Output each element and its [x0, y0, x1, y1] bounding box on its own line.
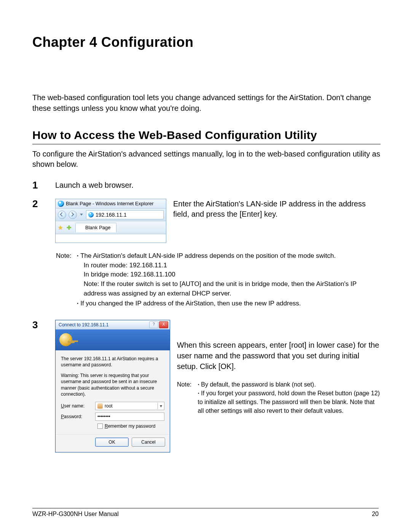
password-value: ••••••••	[97, 414, 110, 420]
section-intro: To configure the AirStation's advanced s…	[32, 149, 381, 169]
back-button[interactable]	[58, 211, 66, 219]
tab-label: Blank Page	[85, 224, 111, 231]
browser-title-bar: Blank Page - Windows Internet Explorer	[56, 199, 166, 208]
step-text: Launch a web browser.	[55, 180, 381, 190]
keys-icon	[59, 333, 72, 346]
note-label: Note:	[56, 251, 75, 261]
dialog-footer: OK Cancel	[56, 434, 170, 452]
checkbox-icon[interactable]	[97, 423, 103, 429]
step-number: 2	[32, 199, 55, 209]
password-label: Password:	[61, 414, 95, 420]
remember-label: Remember my password	[105, 423, 155, 429]
step3-side: When this screen appears, enter [root] i…	[177, 320, 381, 415]
nav-dropdown-icon[interactable]	[80, 214, 83, 216]
step-text: When this screen appears, enter [root] i…	[177, 340, 381, 372]
step-1: 1 Launch a web browser.	[32, 180, 381, 190]
ie-icon	[78, 225, 83, 230]
step-3: 3 Connect to 192.168.11.1 ? X	[32, 320, 381, 452]
add-favorite-icon[interactable]: ✚	[67, 224, 72, 232]
username-label: User name:	[61, 403, 95, 409]
username-field[interactable]: root ▾	[95, 402, 164, 410]
dialog-hero	[56, 329, 170, 350]
section-rule	[32, 144, 381, 144]
password-field[interactable]: ••••••••	[95, 412, 164, 421]
dialog-warning: Warning: This server is requesting that …	[61, 372, 164, 397]
remember-row[interactable]: Remember my password	[97, 423, 164, 429]
browser-screenshot: Blank Page - Windows Internet Explorer 1…	[55, 199, 166, 243]
browser-tab[interactable]: Blank Page	[75, 223, 116, 232]
manual-page: Chapter 4 Configuration The web-based co…	[0, 0, 411, 532]
dialog-title-text: Connect to 192.168.11.1	[59, 322, 108, 328]
address-text: 192.168.11.1	[96, 211, 127, 219]
password-row: Password: ••••••••	[61, 412, 164, 421]
footer-page-number: 20	[372, 511, 379, 518]
username-row: User name: root ▾	[61, 402, 164, 410]
note-block: Note: The AirStation's default LAN-side …	[56, 251, 381, 308]
forward-button[interactable]	[68, 211, 77, 219]
step-text: Enter the AirStation's LAN-side IP addre…	[173, 199, 381, 219]
close-button[interactable]: X	[159, 321, 168, 328]
note-label: Note:	[177, 380, 196, 389]
page-footer: WZR-HP-G300NH User Manual 20	[32, 508, 379, 518]
note-block: Note: By default, the password is blank …	[177, 380, 381, 415]
step-number: 3	[32, 320, 55, 330]
browser-nav-bar: 192.168.11.1	[56, 208, 166, 221]
browser-title-text: Blank Page - Windows Internet Explorer	[66, 200, 154, 207]
footer-manual-name: WZR-HP-G300NH User Manual	[32, 511, 119, 518]
dialog-body: The server 192.168.11.1 at AirStation re…	[56, 350, 170, 434]
dialog-title-bar: Connect to 192.168.11.1 ? X	[56, 320, 170, 329]
favorites-bar: ★ ✚ Blank Page	[56, 221, 166, 234]
dialog-msg: The server 192.168.11.1 at AirStation re…	[61, 356, 164, 368]
address-bar[interactable]: 192.168.11.1	[86, 210, 164, 220]
username-value: root	[105, 403, 113, 409]
step-2: 2 Blank Page - Windows Internet Explorer	[32, 199, 381, 243]
section-title: How to Access the Web-Based Configuratio…	[32, 129, 381, 142]
cancel-button[interactable]: Cancel	[132, 438, 165, 447]
ok-button[interactable]: OK	[95, 438, 129, 447]
chapter-intro: The web-based configuration tool lets yo…	[32, 92, 381, 113]
dropdown-icon[interactable]: ▾	[158, 403, 162, 409]
note-item: If you forget your password, hold down t…	[198, 389, 380, 415]
ie-icon	[58, 201, 64, 207]
note-item: If you changed the IP address of the Air…	[77, 299, 379, 308]
note-item: By default, the password is blank (not s…	[198, 380, 380, 389]
user-icon	[97, 403, 103, 409]
chapter-title: Chapter 4 Configuration	[32, 34, 381, 50]
page-icon	[88, 212, 94, 217]
help-button[interactable]: ?	[149, 321, 158, 328]
favorites-star-icon[interactable]: ★	[58, 224, 63, 232]
browser-viewport	[56, 234, 166, 243]
step-number: 1	[32, 180, 55, 190]
login-dialog: Connect to 192.168.11.1 ? X The server 1…	[55, 320, 170, 452]
note-item: The AirStation's default LAN-side IP add…	[77, 251, 379, 298]
